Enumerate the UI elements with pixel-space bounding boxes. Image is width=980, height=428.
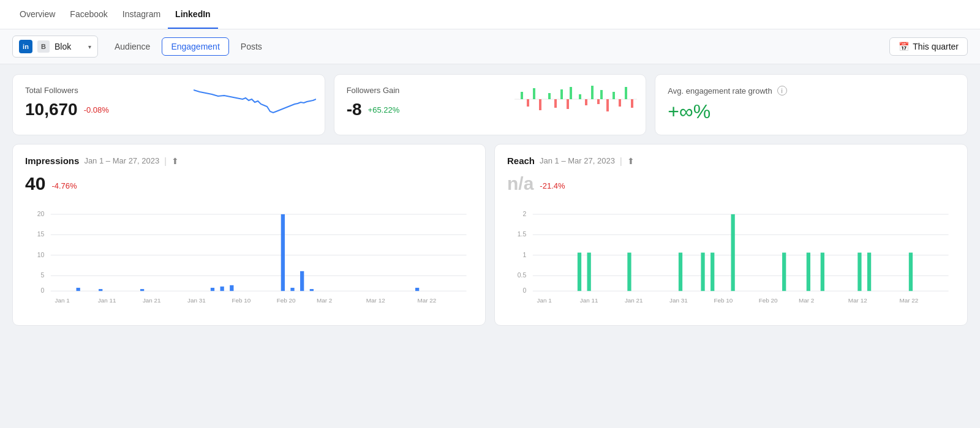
date-filter-button[interactable]: 📅 This quarter (889, 37, 968, 56)
svg-rect-30 (77, 288, 80, 291)
svg-rect-71 (867, 253, 871, 291)
svg-text:10: 10 (37, 252, 45, 258)
svg-rect-66 (731, 214, 735, 291)
avg-engagement-title: Avg. engagement rate growth (668, 86, 772, 96)
total-followers-value: 10,670 (25, 100, 78, 119)
svg-rect-65 (710, 253, 714, 291)
svg-rect-18 (619, 99, 621, 107)
calendar-icon: 📅 (899, 42, 909, 51)
nav-instagram[interactable]: Instagram (115, 1, 168, 29)
impressions-value: 40 (25, 173, 45, 194)
followers-gain-value: -8 (347, 100, 362, 119)
svg-text:Jan 1: Jan 1 (55, 297, 70, 304)
svg-text:0.5: 0.5 (518, 272, 527, 279)
tab-audience[interactable]: Audience (105, 37, 159, 56)
impressions-bar-chart: 20 15 10 5 0 (25, 204, 473, 314)
svg-text:Mar 22: Mar 22 (417, 297, 436, 304)
svg-text:2: 2 (523, 211, 527, 217)
svg-rect-8 (600, 90, 603, 99)
mini-bar-svg (514, 81, 637, 118)
toolbar: in B Blok ▾ Audience Engagement Posts 📅 … (0, 29, 980, 64)
avg-engagement-card: Avg. engagement rate growth i +∞% (655, 74, 968, 135)
avg-engagement-value-row: +∞% (668, 100, 955, 123)
reach-value: n/a (507, 173, 533, 194)
svg-rect-34 (221, 287, 224, 291)
svg-rect-3 (548, 93, 551, 99)
total-followers-change: -0.08% (84, 105, 109, 115)
svg-rect-2 (533, 88, 535, 99)
company-selector[interactable]: in B Blok ▾ (12, 36, 98, 58)
svg-rect-62 (627, 253, 631, 291)
svg-text:Feb 10: Feb 10 (232, 297, 251, 304)
nav-linkedin[interactable]: LinkedIn (168, 1, 218, 29)
svg-rect-31 (99, 289, 102, 291)
svg-text:Jan 31: Jan 31 (669, 297, 688, 304)
date-filter-label: This quarter (913, 42, 959, 51)
svg-text:5: 5 (41, 272, 45, 279)
svg-text:Jan 11: Jan 11 (98, 297, 116, 304)
svg-rect-32 (140, 289, 144, 291)
svg-text:Feb 20: Feb 20 (277, 297, 296, 304)
avg-engagement-value: +∞% (668, 100, 710, 123)
info-icon[interactable]: i (777, 86, 787, 96)
svg-text:0: 0 (41, 287, 45, 294)
view-tabs: Audience Engagement Posts (105, 37, 271, 56)
svg-text:15: 15 (37, 231, 45, 238)
svg-rect-14 (567, 99, 569, 109)
tab-engagement[interactable]: Engagement (162, 37, 228, 56)
reach-chart-svg: 2 1.5 1 0.5 0 (507, 204, 955, 314)
svg-rect-35 (230, 285, 233, 291)
reach-chart-card: Reach Jan 1 – Mar 27, 2023 | ⬆ n/a -21.4… (494, 144, 968, 326)
svg-text:Jan 21: Jan 21 (625, 297, 643, 304)
svg-rect-19 (631, 99, 633, 108)
svg-rect-37 (290, 288, 294, 291)
svg-rect-70 (858, 253, 861, 291)
followers-gain-change: +65.22% (368, 105, 400, 115)
reach-chart-title: Reach (507, 156, 535, 166)
svg-text:Jan 11: Jan 11 (580, 297, 598, 304)
linkedin-logo-icon: in (19, 40, 32, 53)
svg-rect-67 (782, 253, 786, 291)
nav-facebook[interactable]: Facebook (62, 1, 115, 29)
reach-date-range: Jan 1 – Mar 27, 2023 (540, 156, 615, 165)
reach-export-icon[interactable]: ⬆ (627, 156, 635, 166)
svg-rect-5 (570, 87, 572, 99)
chevron-down-icon: ▾ (88, 43, 91, 50)
svg-text:20: 20 (37, 211, 45, 217)
summary-cards: Total Followers 10,670 -0.08% Followers … (12, 74, 968, 135)
svg-rect-63 (679, 253, 682, 291)
svg-rect-17 (606, 99, 609, 111)
svg-text:1: 1 (523, 252, 527, 258)
impressions-chart-card: Impressions Jan 1 – Mar 27, 2023 | ⬆ 40 … (12, 144, 486, 326)
main-content: Total Followers 10,670 -0.08% Followers … (0, 64, 980, 336)
svg-rect-61 (587, 253, 591, 291)
svg-rect-72 (909, 253, 913, 291)
svg-text:1.5: 1.5 (518, 231, 527, 238)
impressions-export-icon[interactable]: ⬆ (172, 156, 179, 166)
svg-rect-12 (539, 99, 541, 110)
svg-rect-6 (579, 94, 581, 99)
svg-rect-10 (625, 87, 627, 99)
nav-overview[interactable]: Overview (12, 1, 62, 29)
svg-rect-69 (821, 253, 824, 291)
svg-text:0: 0 (523, 287, 527, 294)
svg-rect-11 (527, 99, 529, 107)
svg-text:Mar 2: Mar 2 (799, 297, 815, 304)
svg-text:Jan 1: Jan 1 (537, 297, 552, 304)
impressions-chart-svg: 20 15 10 5 0 (25, 204, 473, 314)
impressions-chart-title: Impressions (25, 156, 79, 166)
tab-posts[interactable]: Posts (232, 37, 271, 56)
sparkline-svg (194, 81, 316, 118)
svg-rect-16 (597, 99, 600, 104)
top-navigation: Overview Facebook Instagram LinkedIn (0, 0, 980, 29)
followers-gain-chart (514, 81, 637, 129)
svg-rect-33 (211, 288, 214, 291)
svg-text:Feb 20: Feb 20 (759, 297, 778, 304)
impressions-change: -4.76% (51, 181, 77, 190)
svg-rect-13 (554, 99, 557, 108)
svg-rect-38 (300, 271, 304, 291)
svg-rect-9 (612, 92, 615, 99)
total-followers-chart (194, 81, 316, 129)
followers-gain-card: Followers Gain -8 +65.22% (334, 74, 647, 135)
reach-bar-chart: 2 1.5 1 0.5 0 (507, 204, 955, 314)
